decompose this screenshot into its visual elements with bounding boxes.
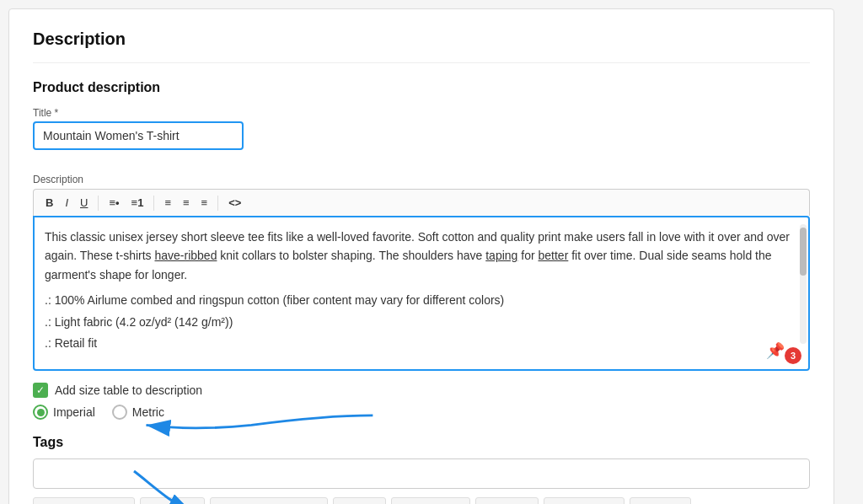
tag-regular-fit: Regular fit ✕ [391,497,470,504]
title-input-group: Title * [33,107,244,150]
toolbar-align-left[interactable]: ≡ [159,194,176,212]
description-para: This classic unisex jersey short sleeve … [45,228,798,284]
description-list-item: 100% Airlume combed and ringspun cotton … [45,291,798,309]
tag-womens-clothing: Women's Clothing ✕ [210,497,328,504]
editor-warning-icon: 📌 [766,339,785,363]
taping-text: taping [485,249,517,262]
title-row: Title * [33,107,810,162]
toolbar-divider-1 [98,196,99,211]
toolbar-align-right[interactable]: ≡ [196,194,213,212]
radio-metric-circle[interactable] [112,405,127,420]
have-ribbed-text: have-ribbed [154,249,217,262]
toolbar-divider-2 [153,196,154,211]
description-label: Description [33,174,810,185]
tags-input[interactable] [42,466,801,480]
radio-metric[interactable]: Metric [112,405,164,420]
tags-section-title: Tags [33,435,810,450]
tags-input-wrapper[interactable] [33,458,810,489]
size-table-row: ✓ Add size table to description [33,383,810,398]
tag-unisex: Unisex ✕ [475,497,539,504]
radio-imperial-label: Imperial [53,405,95,419]
subsection-title: Product description [33,80,810,95]
tag-dtg: DTG ✕ [333,497,385,504]
radio-imperial[interactable]: Imperial [33,405,95,420]
description-list-item: Light fabric (4.2 oz/yd² (142 g/m²)) [45,313,798,331]
editor-scrollbar-thumb [800,228,807,276]
size-table-label: Add size table to description [55,383,202,397]
size-table-section: ✓ Add size table to description Imperial… [33,383,810,420]
description-list-item: Retail fit [45,334,798,352]
tag-mens-clothing: Men's Clothing ✕ [33,497,135,504]
tags-chips-row: Men's Clothing ✕ T-shirts ✕ Women's Clot… [33,497,810,504]
description-editor[interactable]: This classic unisex jersey short sleeve … [33,216,810,371]
description-list: 100% Airlume combed and ringspun cotton … [45,291,798,352]
toolbar-unordered-list[interactable]: ≡• [104,194,124,212]
title-label: Title * [33,107,244,119]
editor-scrollbar[interactable] [800,224,807,344]
tag-crew-neck: Crew neck ✕ [544,497,624,504]
tag-cotton: Cotton ✕ [630,497,691,504]
main-container: Description Product description Title * … [8,8,834,504]
size-table-checkbox[interactable]: ✓ [33,383,48,398]
better-text: better [539,249,569,262]
tags-area-wrapper: Men's Clothing ✕ T-shirts ✕ Women's Clot… [33,458,810,504]
description-toolbar: B I U ≡• ≡1 ≡ ≡ ≡ <> [33,189,810,216]
radio-imperial-circle[interactable] [33,405,48,420]
toolbar-bold[interactable]: B [40,194,58,212]
toolbar-ordered-list[interactable]: ≡1 [126,194,149,212]
title-input[interactable] [33,121,244,150]
radio-metric-label: Metric [132,405,164,419]
toolbar-divider-3 [217,196,218,211]
toolbar-italic[interactable]: I [60,194,73,212]
toolbar-code[interactable]: <> [223,194,246,212]
radio-row: Imperial Metric [33,405,810,420]
tags-input-outer [33,458,810,489]
toolbar-align-center[interactable]: ≡ [178,194,195,212]
toolbar-underline[interactable]: U [75,194,93,212]
editor-error-count: 3 [785,347,801,364]
section-title: Description [33,29,810,63]
tag-tshirts: T-shirts ✕ [140,497,206,504]
description-editor-outer: This classic unisex jersey short sleeve … [33,216,810,371]
description-paragraph-text: This classic unisex jersey short sleeve … [45,228,798,352]
